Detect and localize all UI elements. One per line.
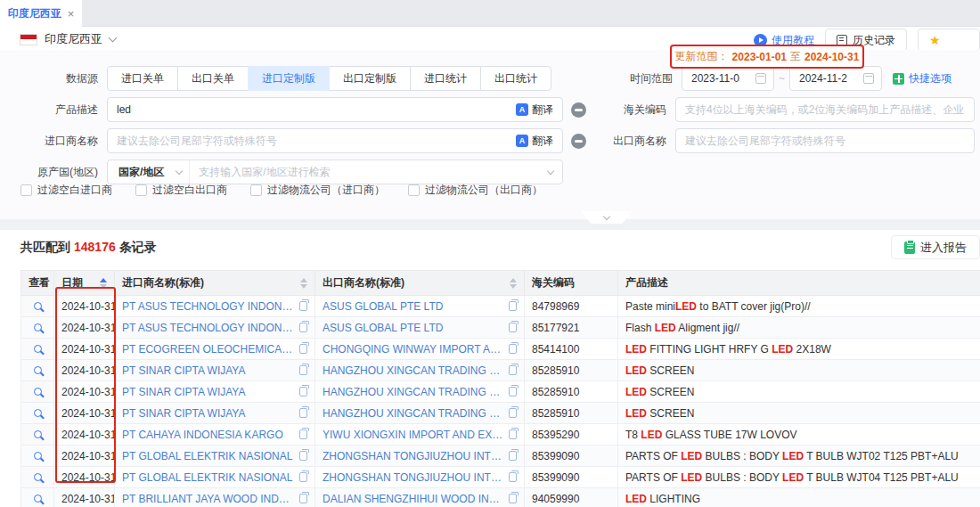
column-header-3[interactable]: 出口商名称(标准) [315,271,525,296]
origin-country-input[interactable] [190,160,548,184]
filter-checkbox-3[interactable]: 过滤物流公司（出口商） [408,183,543,198]
view-detail-icon[interactable] [34,366,42,374]
date-from-field[interactable] [682,66,774,91]
importer-name-input[interactable] [108,129,510,152]
copy-icon[interactable] [299,344,307,354]
exporter-link[interactable]: DALIAN SHENGZHIHUI WOOD INDUST... [323,493,503,505]
importer-name-field[interactable]: A 翻译 [107,128,563,153]
view-detail-icon[interactable] [34,452,42,460]
tab-close-icon[interactable]: × [68,7,75,20]
copy-icon[interactable] [299,494,307,503]
enter-report-button[interactable]: 进入报告 [891,235,980,259]
exporter-link[interactable]: ASUS GLOBAL PTE LTD [323,322,503,334]
importer-link[interactable]: PT BRILLIANT JAYA WOOD INDUSTRY [122,493,294,505]
datasource-tab-3[interactable]: 出口定制版 [329,66,411,91]
copy-icon[interactable] [299,387,307,397]
country-selector[interactable]: 印度尼西亚 [20,31,116,47]
product-desc-field[interactable]: A 翻译 [107,97,563,122]
view-detail-icon[interactable] [34,430,42,438]
date-to-input[interactable] [790,67,856,90]
exporter-name-field[interactable] [675,128,975,153]
datasource-tab-4[interactable]: 进口统计 [410,66,481,91]
product-desc-cell: LED LIGHTING [618,488,980,507]
view-detail-icon[interactable] [34,495,42,503]
view-detail-icon[interactable] [34,388,42,396]
copy-icon[interactable] [299,323,307,332]
filter-checkbox-0[interactable]: 过滤空白进口商 [20,183,112,198]
exporter-link[interactable]: ZHONGSHAN TONGJIUZHOU INTERNA... [323,450,503,462]
sort-icon[interactable] [510,278,517,289]
datasource-tab-5[interactable]: 出口统计 [480,66,551,91]
copy-icon[interactable] [299,408,307,418]
copy-icon[interactable] [509,301,517,311]
view-detail-icon[interactable] [34,409,42,417]
translate-button[interactable]: A 翻译 [510,134,562,149]
exporter-name-input[interactable] [676,129,974,152]
datasource-tab-2[interactable]: 进口定制版 [248,66,330,91]
importer-link[interactable]: PT ECOGREEN OLEOCHEMICALS [122,343,294,356]
copy-icon[interactable] [299,451,307,461]
importer-link[interactable]: PT SINAR CIPTA WIJAYA [122,364,294,377]
origin-country-select[interactable]: 国家/地区 [108,160,190,184]
copy-icon[interactable] [509,387,517,397]
copy-icon[interactable] [509,365,517,375]
view-detail-icon[interactable] [34,323,42,331]
column-header-1[interactable]: 日期 [54,271,115,296]
copy-icon[interactable] [509,429,517,439]
exporter-link[interactable]: CHONGQING WINWAY IMPORT AND E... [323,343,503,356]
importer-link[interactable]: PT SINAR CIPTA WIJAYA [122,386,294,398]
view-detail-icon[interactable] [34,473,42,481]
tab-indonesia[interactable]: 印度尼西亚 × [0,0,82,27]
datasource-tab-1[interactable]: 出口关单 [177,66,249,91]
copy-icon[interactable] [509,494,517,503]
checkbox-icon[interactable] [135,184,147,196]
sort-icon[interactable] [100,278,107,289]
hs-code-input[interactable] [676,98,974,121]
calendar-icon[interactable] [755,73,766,84]
copy-icon[interactable] [509,472,517,482]
exporter-link[interactable]: ZHONGSHAN TONGJIUZHOU INTERNA... [323,471,503,484]
checkbox-icon[interactable] [250,184,262,196]
hs-code-field[interactable] [675,97,975,122]
exporter-link[interactable]: HANGZHOU XINGCAN TRADING CO LTD [323,364,503,377]
copy-icon[interactable] [299,365,307,375]
product-desc-input[interactable] [108,98,510,121]
exporter-link[interactable]: ASUS GLOBAL PTE LTD [323,300,503,313]
favorite-button[interactable]: ★ [918,29,980,52]
exporter-link[interactable]: HANGZHOU XINGCAN TRADING CO LTD [323,407,503,420]
importer-link[interactable]: PT GLOBAL ELEKTRIK NASIONAL [122,450,294,462]
chevron-down-icon[interactable] [547,168,554,175]
exporter-link[interactable]: YIWU XIONGXIN IMPORT AND EXPORT... [323,429,503,441]
date-from-input[interactable] [682,67,748,90]
translate-button[interactable]: A 翻译 [510,102,562,118]
exporter-link[interactable]: HANGZHOU XINGCAN TRADING CO LTD [323,386,503,398]
importer-link[interactable]: PT CAHAYA INDONESIA KARGO [122,429,294,441]
checkbox-icon[interactable] [408,184,420,196]
filter-checkbox-1[interactable]: 过滤空白出口商 [135,183,227,198]
filter-checkbox-2[interactable]: 过滤物流公司（进口商） [250,183,385,198]
copy-icon[interactable] [299,472,307,482]
importer-link[interactable]: PT ASUS TECHNOLOGY INDONESIA BA... [122,300,294,313]
importer-link[interactable]: PT SINAR CIPTA WIJAYA [122,407,294,420]
copy-icon[interactable] [299,429,307,439]
collapse-form-button[interactable] [581,211,633,224]
datasource-tab-0[interactable]: 进口关单 [107,66,178,91]
view-detail-icon[interactable] [34,345,42,353]
importer-link[interactable]: PT ASUS TECHNOLOGY INDONESIA BA... [122,322,294,334]
calendar-icon[interactable] [863,73,874,84]
date-to-field[interactable] [789,66,882,91]
copy-icon[interactable] [509,451,517,461]
checkbox-icon[interactable] [20,184,32,196]
copy-icon[interactable] [509,344,517,354]
copy-icon[interactable] [509,323,517,332]
importer-link[interactable]: PT GLOBAL ELEKTRIK NASIONAL [122,471,294,484]
quick-options-button[interactable]: 快捷选项 [893,71,951,86]
origin-country-field[interactable]: 国家/地区 [107,159,563,184]
view-detail-icon[interactable] [34,302,42,310]
copy-icon[interactable] [509,408,517,418]
sort-icon[interactable] [300,278,307,289]
copy-icon[interactable] [299,301,307,311]
column-header-2[interactable]: 进口商名称(标准) [115,271,315,296]
table-row: 2024-10-31PT ASUS TECHNOLOGY INDONESIA B… [21,296,980,317]
product-desc-cell: Paste miniLED to BATT cover jig(Pro)// [618,296,980,317]
